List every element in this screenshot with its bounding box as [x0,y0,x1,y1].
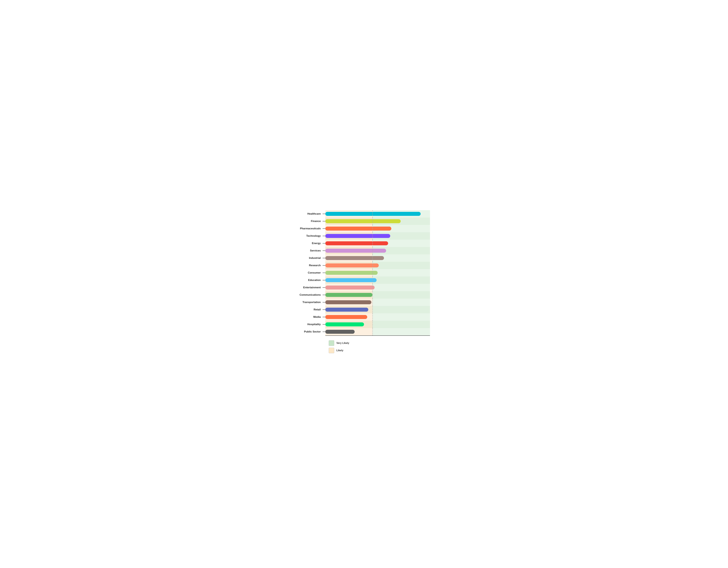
bar-track [325,313,430,321]
bars-wrapper [325,269,430,276]
chart-row: Finance [298,217,430,225]
bar [325,300,371,304]
axis-tick [323,302,325,303]
bars-wrapper [325,328,430,336]
bar-track [325,276,430,284]
category-label: Consumer [298,271,323,274]
chart-row: Technology [298,232,430,239]
axis-tick [323,265,325,265]
chart-row: Media [298,313,430,321]
chart-row: Research [298,262,430,269]
bars-wrapper [325,225,430,232]
bar-track [325,306,430,313]
chart-row: Retail [298,306,430,313]
bar-track [325,225,430,232]
dashed-line [372,239,373,247]
bar [325,308,368,312]
dashed-line [372,210,373,217]
category-label: Public Sector [298,330,323,333]
dashed-line [372,306,373,313]
bars-wrapper [325,299,430,306]
bar [325,315,367,319]
axis-tick [323,295,325,295]
dashed-line [372,276,373,284]
bar-track [325,269,430,276]
chart-row: Healthcare [298,210,430,217]
legend-label-likely: Likely [336,349,343,352]
legend-box-likely [329,348,334,353]
chart-row: Industrial [298,254,430,262]
bar-track [325,210,430,217]
bars-wrapper [325,247,430,254]
bar [325,234,390,238]
bars-wrapper [325,321,430,328]
bar-track [325,321,430,328]
chart-row: Communications [298,291,430,299]
legend-item-likely: Likely [329,348,430,353]
bars-wrapper [325,291,430,299]
bars-wrapper [325,254,430,262]
category-label: Retail [298,308,323,311]
chart-row: Consumer [298,269,430,276]
axis-tick [323,272,325,273]
legend: Very Likely Likely [329,340,430,353]
bar [325,256,384,260]
axis-tick [323,221,325,221]
chart-row: Education [298,276,430,284]
category-label: Industrial [298,256,323,259]
x-axis-line [325,336,430,336]
dashed-line [372,217,373,225]
chart-row: Services [298,247,430,254]
dashed-line [372,328,373,336]
bar [325,212,421,216]
axis-tick [323,324,325,325]
dashed-line [372,247,373,254]
bars-wrapper [325,232,430,239]
bar-track [325,328,430,336]
category-label: Communications [298,294,323,297]
legend-box-very-likely [329,340,334,346]
category-label: Healthcare [298,212,323,215]
axis-tick [323,288,325,288]
chart-container: HealthcareFinancePharmaceuticalsTechnolo… [295,205,433,363]
category-label: Entertainment [298,286,323,289]
axis-tick [323,317,325,317]
bars-wrapper [325,284,430,291]
legend-label-very-likely: Very Likely [336,342,349,345]
category-label: Services [298,249,323,252]
bars-wrapper [325,217,430,225]
bars-wrapper [325,313,430,321]
bars-wrapper [325,276,430,284]
axis-tick [323,250,325,251]
bar [325,219,401,223]
axis-tick [323,258,325,258]
bar [325,278,377,282]
dashed-line [372,284,373,291]
dashed-line [372,262,373,269]
bar [325,241,388,245]
category-label: Pharmaceuticals [298,227,323,230]
chart-row: Transportation [298,299,430,306]
legend-item-very-likely: Very Likely [329,340,430,346]
bars-wrapper [325,306,430,313]
bar-track [325,254,430,262]
axis-tick [323,310,325,310]
chart-area: HealthcareFinancePharmaceuticalsTechnolo… [298,210,430,336]
dashed-line [372,291,373,299]
bars-wrapper [325,239,430,247]
category-label: Finance [298,220,323,223]
dashed-line [372,299,373,306]
dashed-line [372,313,373,321]
dashed-line [372,269,373,276]
bar [325,323,364,327]
dashed-line [372,254,373,262]
bar [325,330,355,334]
bars-wrapper [325,262,430,269]
axis-tick [323,243,325,243]
axis-tick [323,228,325,229]
category-label: Energy [298,242,323,245]
chart-row: Entertainment [298,284,430,291]
bar [325,263,379,267]
category-label: Technology [298,234,323,237]
dashed-line [372,321,373,328]
